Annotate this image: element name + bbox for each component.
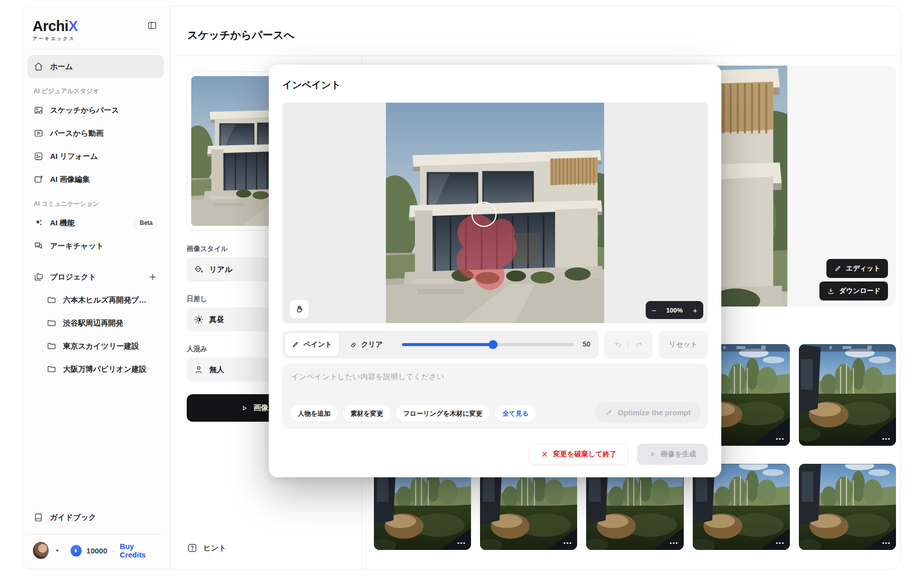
undo-icon[interactable]	[614, 341, 622, 349]
zoom-level: 100%	[666, 307, 683, 314]
chevron-down-icon[interactable]	[54, 547, 61, 554]
more-options-icon[interactable]: •••	[882, 436, 891, 442]
sidebar-project-skytree[interactable]: 東京スカイツリー建設	[28, 335, 164, 358]
pencil-sparkle-icon	[605, 408, 613, 416]
redo-icon[interactable]	[635, 341, 643, 349]
sidebar-item-projects[interactable]: プロジェクト	[28, 265, 164, 288]
more-options-icon[interactable]: •••	[670, 540, 679, 546]
avatar[interactable]	[33, 541, 49, 559]
more-options-icon[interactable]: •••	[776, 436, 785, 442]
crowd-label: 人混み	[187, 345, 207, 354]
sidebar-item-label: アーキチャット	[50, 241, 104, 251]
paint-tool-label: ペイント	[303, 340, 332, 349]
add-project-icon[interactable]	[148, 272, 158, 282]
header-divider	[171, 56, 900, 56]
zoom-control: − 100% +	[646, 301, 703, 319]
home-icon	[34, 62, 44, 72]
user-row: 10000 · Buy Credits	[28, 540, 164, 560]
clear-tool-button[interactable]: クリア	[341, 333, 391, 356]
modal-generate-label: 画像を生成	[661, 450, 696, 459]
hand-tool-button[interactable]	[289, 299, 309, 319]
page-title: スケッチからパースへ	[187, 28, 294, 42]
close-icon	[541, 450, 549, 458]
crowd-value: 無人	[209, 365, 224, 375]
sidebar-item-label: ホーム	[50, 62, 73, 72]
sidebar-item-ai-image-edit[interactable]: AI 画像編集	[28, 168, 164, 191]
discard-label: 変更を破棄して終了	[553, 450, 617, 459]
chip-wood-flooring[interactable]: フローリングを木材に変更	[396, 405, 490, 422]
more-options-icon[interactable]: •••	[457, 540, 467, 546]
more-options-icon[interactable]: •••	[564, 540, 573, 546]
brand-logo: ArchiX アーキエックス	[33, 19, 78, 42]
section-ai-visual-studio: AI ビジュアルスタジオ	[34, 87, 158, 96]
gallery-thumbnail[interactable]: •••	[799, 344, 896, 446]
brand-x: X	[69, 18, 78, 34]
prompt-chips: 人物を追加 素材を変更 フローリングを木材に変更 全て見る	[290, 405, 536, 422]
discard-exit-button[interactable]: 変更を破棄して終了	[529, 444, 628, 465]
sidebar-item-label: 渋谷駅周辺再開発	[63, 319, 123, 328]
sidebar-item-label: ガイドブック	[50, 513, 96, 522]
sidebar-item-label: 大阪万博パビリオン建設	[63, 365, 147, 374]
slider-fill	[402, 343, 493, 346]
sidebar-project-shibuya[interactable]: 渋谷駅周辺再開発	[28, 312, 164, 335]
paint-bucket-icon	[194, 264, 204, 274]
sun-icon	[194, 315, 204, 325]
more-options-icon[interactable]: •••	[776, 540, 785, 546]
clear-tool-label: クリア	[361, 340, 383, 349]
brush-size-slider[interactable]	[402, 343, 574, 346]
download-icon	[827, 287, 835, 295]
optimize-prompt-button[interactable]: Optimize the prompt	[595, 402, 701, 423]
modal-generate-button[interactable]: 画像を生成	[637, 444, 708, 465]
prompt-input[interactable]: インペイントしたい内容を説明してください 人物を追加 素材を変更 フローリングを…	[282, 364, 708, 429]
person-icon	[194, 365, 204, 375]
sidebar-item-ai-reform[interactable]: AI リフォーム	[28, 145, 164, 168]
sidebar-item-pers-to-video[interactable]: パースから動画	[28, 122, 164, 145]
sidebar-collapse-icon[interactable]	[146, 19, 159, 32]
brush-icon	[291, 341, 299, 349]
sidebar-item-ai-features[interactable]: AI 機能 Beta	[28, 211, 164, 234]
folder-icon	[47, 318, 57, 328]
zoom-out-button[interactable]: −	[652, 307, 656, 314]
paint-tool-button[interactable]: ペイント	[285, 333, 339, 356]
edit-label: エディット	[846, 264, 880, 273]
brush-size-value: 50	[583, 340, 591, 348]
reset-label: リセット	[669, 340, 697, 349]
play-icon	[649, 450, 657, 458]
folder-icon	[47, 341, 57, 351]
modal-title: インペイント	[282, 79, 341, 92]
sidebar-project-roppongi[interactable]: 六本木ヒルズ再開発プ…	[28, 288, 164, 312]
reset-button[interactable]: リセット	[659, 331, 708, 359]
sidebar-item-sketch-to-pers[interactable]: スケッチからパース	[28, 99, 164, 122]
zoom-in-button[interactable]: +	[693, 307, 697, 314]
gallery-image	[799, 464, 896, 550]
chip-change-material[interactable]: 素材を変更	[343, 405, 390, 422]
download-button[interactable]: ダウンロード	[819, 281, 888, 301]
gallery-thumbnail[interactable]: •••	[799, 464, 896, 550]
sidebar-item-archichat[interactable]: アーキチャット	[28, 234, 164, 257]
see-all-link[interactable]: 全て見る	[495, 405, 537, 422]
sidebar-item-label: AI 画像編集	[50, 175, 90, 184]
sidebar-item-label: スケッチからパース	[50, 106, 119, 115]
folder-icon	[47, 364, 57, 374]
sidebar-item-guidebook[interactable]: ガイドブック	[28, 506, 164, 529]
image-plus-icon	[34, 174, 44, 184]
buy-credits-link[interactable]: Buy Credits	[120, 542, 159, 559]
chip-add-person[interactable]: 人物を追加	[290, 405, 338, 422]
hint-button[interactable]: ヒント	[187, 542, 226, 553]
edit-button[interactable]: エディット	[826, 259, 888, 278]
paint-toolbar: ペイント クリア 50	[282, 331, 599, 359]
app: ArchiX アーキエックス ホーム AI ビジュアルスタジオ スケッチからパー…	[0, 0, 924, 581]
play-icon	[240, 404, 248, 412]
more-options-icon[interactable]: •••	[882, 540, 891, 546]
sidebar-item-label: 東京スカイツリー建設	[63, 342, 139, 351]
sidebar-project-expo[interactable]: 大阪万博パビリオン建設	[28, 358, 164, 381]
sidebar-item-home[interactable]: ホーム	[28, 55, 164, 78]
book-icon	[34, 512, 44, 522]
inpaint-modal: インペイント −	[269, 65, 721, 477]
slider-thumb[interactable]	[489, 340, 498, 349]
inpaint-canvas[interactable]: − 100% +	[282, 103, 708, 323]
sidebar-item-label: パースから動画	[50, 129, 103, 138]
sidebar-item-label: 六本木ヒルズ再開発プ…	[63, 296, 146, 305]
folder-icon	[47, 295, 57, 305]
image-icon	[34, 105, 44, 115]
